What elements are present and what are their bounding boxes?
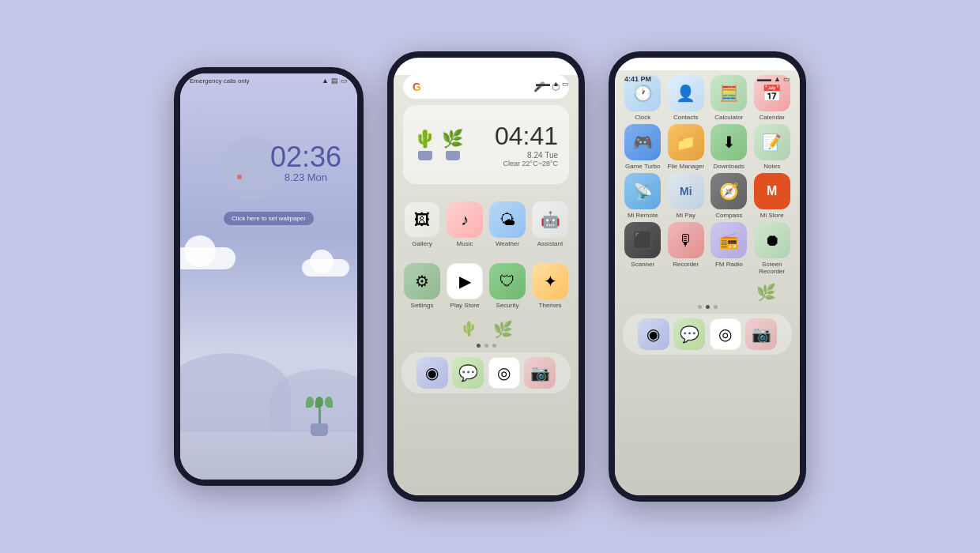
lock-time-display: 02:36 bbox=[270, 143, 341, 171]
app-playstore[interactable]: ▶ Play Store bbox=[446, 263, 484, 309]
app-fmradio[interactable]: 📻 FM Radio bbox=[709, 222, 749, 275]
time-left-3: 4:41 PM bbox=[624, 75, 651, 83]
gameturbo-label: Game Turbo bbox=[625, 163, 660, 170]
music-label: Music bbox=[457, 240, 473, 247]
lockscreen: Emergency calls only ▲ ▤ ▭ 02:36 8.23 Mo… bbox=[180, 73, 357, 480]
downloads-icon: ⬇ bbox=[710, 124, 747, 160]
dot-2 bbox=[484, 344, 488, 348]
wallpaper-button[interactable]: Click here to set wallpaper bbox=[224, 212, 314, 225]
app-compass[interactable]: 🧭 Compass bbox=[709, 173, 749, 219]
app-filemgr[interactable]: 📁 File Manager bbox=[666, 124, 707, 170]
compass-icon: 🧭 bbox=[710, 173, 747, 209]
app-security[interactable]: 🛡 Security bbox=[488, 263, 526, 309]
mistore-label: Mi Store bbox=[760, 212, 784, 219]
plant-decoration bbox=[305, 397, 334, 436]
dock3-camera-icon: 📷 bbox=[745, 318, 777, 350]
assistant-icon: 🤖 bbox=[532, 201, 568, 238]
chrome-icon: ◎ bbox=[488, 357, 520, 389]
app-grid-row2: ⚙ Settings ▶ Play Store 🛡 Security ✦ The… bbox=[394, 257, 579, 315]
cloud-decoration-1 bbox=[180, 247, 236, 269]
screenrec-label: Screen Recorder bbox=[752, 261, 793, 275]
playstore-label: Play Store bbox=[450, 302, 480, 309]
dock3-toggle[interactable]: ◉ bbox=[638, 318, 669, 350]
app-weather[interactable]: 🌤 Weather bbox=[488, 201, 526, 247]
notes-icon: 📝 bbox=[754, 124, 790, 160]
mipay-label: Mi Pay bbox=[677, 212, 695, 219]
dock3-chrome-icon: ◎ bbox=[710, 318, 741, 350]
screenrec-icon: ⏺ bbox=[754, 222, 790, 258]
filemgr-icon: 📁 bbox=[668, 124, 704, 160]
dock3-camera[interactable]: 📷 bbox=[745, 318, 777, 350]
dock3-messages[interactable]: 💬 bbox=[673, 318, 705, 350]
status-bar-1: Emergency calls only ▲ ▤ ▭ bbox=[180, 73, 357, 88]
scanner-label: Scanner bbox=[631, 261, 654, 268]
gallery-label: Gallery bbox=[412, 240, 432, 247]
battery-icon-2: ▭ bbox=[562, 80, 569, 88]
weather-date: 8.24 Tue bbox=[495, 151, 558, 160]
fmradio-icon: 📻 bbox=[710, 222, 747, 258]
status-icons-2: ▬▬ ▲ ▭ bbox=[536, 80, 569, 88]
bottom-dock-2: ◉ 💬 ◎ 📷 bbox=[401, 352, 571, 393]
app-recorder[interactable]: 🎙 Recorder bbox=[666, 222, 707, 275]
dock-toggle[interactable]: ◉ bbox=[416, 357, 448, 389]
app-notes[interactable]: 📝 Notes bbox=[752, 124, 793, 170]
status-icons-1: ▲ ▤ ▭ bbox=[322, 77, 348, 85]
wifi-icon-3: ▲ bbox=[774, 75, 781, 83]
assistant-label: Assistant bbox=[537, 240, 563, 247]
compass-label: Compass bbox=[715, 212, 742, 219]
scanner-icon: ⬛ bbox=[624, 222, 661, 258]
app-gameturbo[interactable]: 🎮 Game Turbo bbox=[623, 124, 663, 170]
dock-chrome[interactable]: ◎ bbox=[488, 357, 520, 389]
wifi-icon-2: ▲ bbox=[552, 80, 560, 88]
dock-camera[interactable]: 📷 bbox=[524, 357, 556, 389]
page-dots-3 bbox=[615, 302, 800, 312]
app-grid-row1: 🖼 Gallery ♪ Music 🌤 Weather 🤖 Assistant bbox=[394, 195, 579, 254]
app-scanner[interactable]: ⬛ Scanner bbox=[623, 222, 663, 275]
app-mipay[interactable]: Mi Mi Pay bbox=[666, 173, 707, 219]
app-screenrec[interactable]: ⏺ Screen Recorder bbox=[752, 222, 793, 275]
weather-icon: 🌤 bbox=[489, 201, 526, 238]
themes-icon: ✦ bbox=[532, 263, 568, 299]
dock3-messages-icon: 💬 bbox=[673, 318, 705, 350]
dot-3-3 bbox=[714, 305, 718, 309]
gameturbo-icon: 🎮 bbox=[624, 124, 661, 160]
dot-3-1 bbox=[698, 305, 702, 309]
status-bar-3: 4:41 PM ▬▬ ▲ ▭ bbox=[615, 70, 800, 86]
bottom-dock-3: ◉ 💬 ◎ 📷 bbox=[623, 314, 792, 355]
plant-1: 🌵 bbox=[414, 129, 435, 160]
app-assistant[interactable]: 🤖 Assistant bbox=[531, 201, 569, 247]
toggle-icon: ◉ bbox=[416, 357, 448, 389]
page-dots-2 bbox=[394, 340, 579, 351]
app-settings[interactable]: ⚙ Settings bbox=[403, 263, 441, 309]
dot-1 bbox=[477, 344, 481, 348]
app-themes[interactable]: ✦ Themes bbox=[531, 263, 569, 309]
settings-icon: ⚙ bbox=[404, 263, 440, 299]
battery-icon-3: ▭ bbox=[783, 75, 790, 83]
messages-icon: 💬 bbox=[452, 357, 484, 389]
mipay-icon: Mi bbox=[668, 173, 704, 209]
app-gallery[interactable]: 🖼 Gallery bbox=[403, 201, 441, 247]
signal-icon-3: ▬▬ bbox=[757, 75, 771, 83]
calculator-label: Calculator bbox=[714, 114, 743, 121]
plant-2: 🌿 bbox=[442, 129, 463, 160]
dock3-chrome[interactable]: ◎ bbox=[710, 318, 741, 350]
status-icons-3: ▬▬ ▲ ▭ bbox=[757, 75, 790, 83]
phone-2: ▬▬ ▲ ▭ G 🎤 ⬡ 🌵 🌿 bbox=[387, 51, 585, 502]
dock-messages[interactable]: 💬 bbox=[452, 357, 484, 389]
dock3-toggle-icon: ◉ bbox=[638, 318, 669, 350]
dot-3-2 bbox=[706, 305, 710, 309]
app-music[interactable]: ♪ Music bbox=[446, 201, 484, 247]
camera-icon: 📷 bbox=[524, 357, 556, 389]
app-miremote[interactable]: 📡 Mi Remote bbox=[623, 173, 663, 219]
app-list-grid: 🕐 Clock 👤 Contacts 🧮 Calculator 📅 Calend… bbox=[615, 70, 800, 280]
mistore-icon: M bbox=[754, 173, 790, 209]
playstore-icon: ▶ bbox=[447, 263, 483, 299]
phone-1: Emergency calls only ▲ ▤ ▭ 02:36 8.23 Mo… bbox=[174, 67, 364, 486]
signal-icon: ▲ bbox=[322, 77, 329, 85]
calendar-label: Calendar bbox=[760, 114, 785, 121]
music-icon: ♪ bbox=[447, 201, 483, 238]
app-downloads[interactable]: ⬇ Downloads bbox=[709, 124, 749, 170]
fmradio-label: FM Radio bbox=[715, 261, 743, 268]
homescreen-2: ▬▬ ▲ ▭ G 🎤 ⬡ 🌵 🌿 bbox=[394, 75, 579, 502]
app-mistore[interactable]: M Mi Store bbox=[752, 173, 793, 219]
